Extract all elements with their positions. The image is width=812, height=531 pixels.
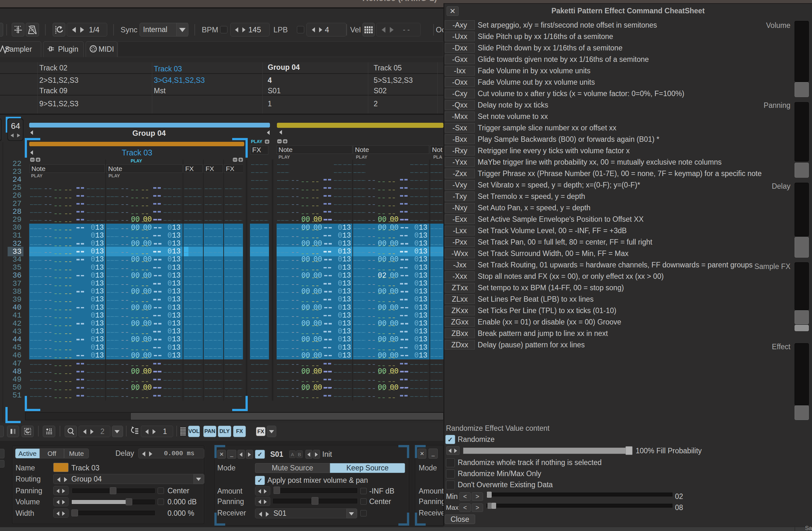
svg-text:0: 0 [414, 255, 419, 263]
svg-text:13: 13 [342, 304, 351, 312]
svg-text:Note: Note [355, 146, 369, 153]
svg-text:0: 0 [338, 240, 342, 248]
svg-text:00: 00 [143, 215, 152, 224]
svg-text:00: 00 [390, 240, 399, 248]
svg-text:00: 00 [314, 215, 322, 224]
svg-text:0: 0 [338, 351, 342, 360]
svg-text:00: 00 [378, 367, 387, 376]
svg-text:0: 0 [338, 287, 342, 296]
svg-text:31: 31 [12, 231, 21, 240]
svg-text:00: 00 [314, 384, 322, 392]
svg-text:0: 0 [91, 335, 95, 344]
svg-text:Note: Note [278, 146, 292, 153]
svg-text:29: 29 [12, 215, 21, 224]
svg-text:00: 00 [143, 272, 152, 280]
svg-text:00: 00 [378, 240, 387, 248]
svg-text:13: 13 [342, 312, 351, 320]
svg-text:00: 00 [143, 224, 152, 232]
svg-text:Note: Note [108, 165, 122, 172]
svg-text:00: 00 [143, 384, 152, 392]
svg-text:0: 0 [338, 335, 342, 344]
svg-text:51: 51 [12, 391, 21, 400]
svg-text:13: 13 [419, 224, 427, 232]
svg-text:00: 00 [301, 384, 310, 392]
svg-text:0: 0 [91, 255, 95, 263]
svg-text:PLAY: PLAY [251, 139, 263, 144]
svg-text:41: 41 [12, 311, 21, 320]
svg-text:0: 0 [168, 232, 172, 240]
svg-text:0: 0 [338, 319, 342, 328]
svg-text:13: 13 [342, 240, 351, 248]
svg-text:00: 00 [131, 272, 140, 280]
svg-text:00: 00 [301, 240, 310, 248]
svg-text:0: 0 [168, 272, 172, 280]
svg-text:13: 13 [95, 327, 104, 335]
svg-text:00: 00 [314, 367, 322, 376]
svg-text:00: 00 [131, 304, 140, 312]
svg-text:00: 00 [143, 319, 152, 328]
svg-text:13: 13 [342, 279, 351, 288]
svg-text:00: 00 [131, 319, 140, 328]
svg-text:36: 36 [12, 271, 21, 280]
svg-text:00: 00 [131, 351, 140, 360]
svg-text:50: 50 [12, 383, 21, 392]
svg-text:0: 0 [91, 263, 95, 272]
svg-text:00: 00 [131, 215, 140, 224]
svg-text:26: 26 [12, 191, 21, 200]
svg-text:0: 0 [91, 312, 95, 320]
svg-text:24: 24 [12, 175, 21, 184]
svg-text:0: 0 [168, 351, 172, 360]
svg-text:13: 13 [95, 287, 104, 296]
svg-text:0: 0 [338, 279, 342, 288]
svg-text:00: 00 [378, 304, 387, 312]
svg-text:39: 39 [12, 295, 21, 304]
svg-text:0: 0 [414, 312, 419, 320]
svg-text:13: 13 [172, 312, 181, 320]
svg-text:00: 00 [378, 287, 387, 296]
svg-text:13: 13 [342, 295, 351, 304]
svg-text:0: 0 [338, 263, 342, 272]
svg-text:FX: FX [185, 165, 194, 172]
svg-text:0: 0 [338, 232, 342, 240]
svg-text:13: 13 [172, 247, 181, 256]
svg-text:46: 46 [12, 351, 21, 360]
svg-text:00: 00 [143, 287, 152, 296]
svg-text:0: 0 [414, 263, 419, 272]
svg-text:0: 0 [414, 272, 419, 280]
svg-text:0: 0 [168, 255, 172, 263]
svg-text:00: 00 [143, 335, 152, 344]
svg-text:Not: Not [432, 146, 443, 153]
svg-text:00: 00 [131, 367, 140, 376]
svg-text:00: 00 [301, 272, 310, 280]
svg-text:13: 13 [172, 319, 181, 328]
svg-text:0: 0 [338, 247, 342, 256]
svg-text:13: 13 [419, 272, 427, 280]
svg-text:00: 00 [301, 255, 310, 263]
svg-text:13: 13 [95, 279, 104, 288]
svg-text:0: 0 [338, 272, 342, 280]
svg-text:13: 13 [95, 272, 104, 280]
svg-text:13: 13 [95, 312, 104, 320]
svg-text:00: 00 [131, 224, 140, 232]
svg-text:0: 0 [338, 344, 342, 352]
svg-text:00: 00 [143, 367, 152, 376]
svg-text:0: 0 [168, 247, 172, 256]
svg-text:0: 0 [91, 304, 95, 312]
svg-text:13: 13 [342, 255, 351, 263]
svg-text:00: 00 [390, 287, 399, 296]
svg-text:13: 13 [419, 344, 427, 352]
svg-text:13: 13 [172, 295, 181, 304]
svg-text:00: 00 [390, 367, 399, 376]
svg-text:0: 0 [414, 287, 419, 296]
svg-text:00: 00 [143, 351, 152, 360]
svg-text:13: 13 [172, 335, 181, 344]
svg-text:00: 00 [314, 272, 322, 280]
svg-text:13: 13 [95, 232, 104, 240]
svg-text:13: 13 [342, 224, 351, 232]
svg-text:28: 28 [12, 207, 21, 216]
svg-text:13: 13 [95, 351, 104, 360]
svg-text:00: 00 [301, 335, 310, 344]
svg-text:0: 0 [414, 232, 419, 240]
svg-text:Note: Note [31, 165, 45, 172]
svg-text:00: 00 [301, 367, 310, 376]
